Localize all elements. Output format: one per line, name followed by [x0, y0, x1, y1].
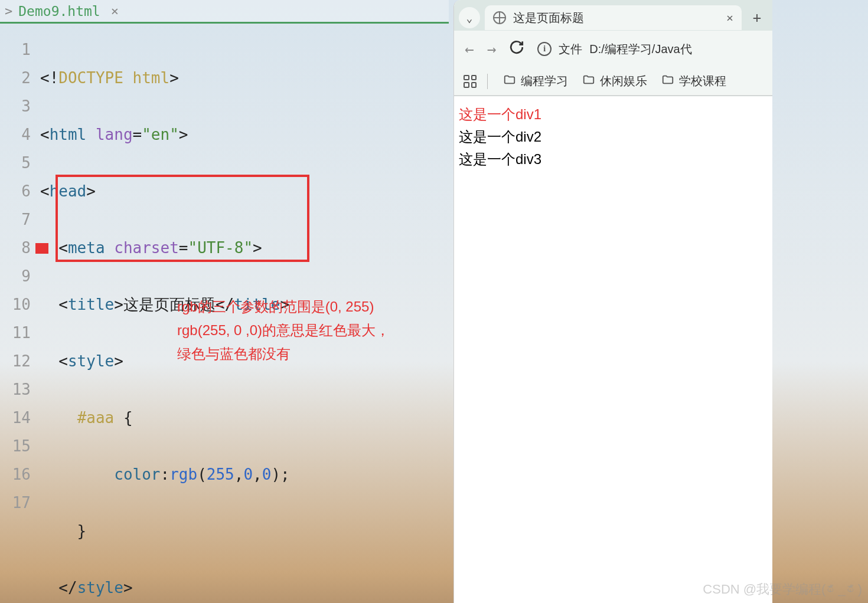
line-number: 13 [0, 375, 31, 404]
line-number: 11 [0, 319, 31, 347]
line-number: 12 [0, 347, 31, 375]
browser-window: ⌄ 这是页面标题 × + ← → i 文件 D:/编程学习/Java代 [453, 0, 772, 603]
line-number: 16 [0, 460, 31, 489]
page-div-1: 这是一个div1 [459, 103, 768, 126]
apps-icon[interactable] [464, 75, 477, 88]
address-bar[interactable]: i 文件 D:/编程学习/Java代 [537, 41, 762, 57]
globe-icon [493, 11, 506, 24]
line-number: 9 [0, 262, 31, 290]
line-number: 1 [0, 35, 31, 64]
bookmark-folder[interactable]: 学校课程 [657, 71, 731, 91]
line-number: 8 [0, 234, 31, 262]
breadcrumb-chevron: > [5, 4, 12, 18]
tab-search-button[interactable]: ⌄ [459, 7, 480, 28]
line-number: 10 [0, 290, 31, 319]
line-number: 2 [0, 64, 31, 92]
folder-icon [661, 73, 674, 89]
close-tab-icon[interactable]: × [726, 11, 733, 25]
browser-viewport: 这是一个div1 这是一个div2 这是一个div3 [454, 96, 772, 178]
browser-tab-title: 这是页面标题 [513, 10, 719, 26]
browser-tab-strip: ⌄ 这是页面标题 × + [454, 0, 772, 31]
line-number: 5 [0, 149, 31, 177]
new-tab-button[interactable]: + [746, 7, 768, 28]
close-tab-icon[interactable]: × [111, 4, 119, 18]
line-number: 6 [0, 177, 31, 205]
page-div-3: 这是一个div3 [459, 148, 768, 171]
editor-tab-bar: > Demo9.html × [0, 0, 449, 24]
browser-chrome: ⌄ 这是页面标题 × + ← → i 文件 D:/编程学习/Java代 [454, 0, 772, 96]
bookmark-folder[interactable]: 编程学习 [498, 71, 573, 91]
url-path: D:/编程学习/Java代 [589, 41, 691, 57]
browser-tab[interactable]: 这是页面标题 × [485, 5, 742, 30]
editor-tab-filename[interactable]: Demo9.html [18, 4, 100, 19]
annotation-text: rgb的三个参数的范围是(0, 255) rgb(255, 0 ,0)的意思是红… [177, 295, 390, 366]
line-number: 7 [0, 205, 31, 234]
watermark: CSDN @我要学编程(ಥ_ಥ) [703, 581, 862, 598]
page-div-2: 这是一个div2 [459, 126, 768, 148]
info-icon[interactable]: i [537, 42, 552, 56]
folder-icon [582, 73, 595, 89]
code-editor-panel: > Demo9.html × 1 2 3 4 5 6 7 8 9 10 11 1… [0, 0, 449, 603]
browser-toolbar: ← → i 文件 D:/编程学习/Java代 [454, 31, 772, 67]
forward-button[interactable]: → [487, 40, 497, 58]
divider [487, 74, 488, 89]
line-number: 15 [0, 432, 31, 460]
bookmark-folder[interactable]: 休闲娱乐 [577, 71, 652, 91]
line-number: 3 [0, 92, 31, 120]
line-number: 14 [0, 404, 31, 432]
line-number-gutter: 1 2 3 4 5 6 7 8 9 10 11 12 13 14 15 16 1… [0, 35, 40, 603]
bookmarks-bar: 编程学习 休闲娱乐 学校课程 [454, 67, 772, 96]
line-number: 17 [0, 489, 31, 517]
reload-button[interactable] [509, 40, 524, 58]
folder-icon [503, 73, 516, 89]
url-scheme-label: 文件 [559, 41, 582, 57]
line-number: 4 [0, 120, 31, 149]
back-button[interactable]: ← [465, 40, 474, 58]
